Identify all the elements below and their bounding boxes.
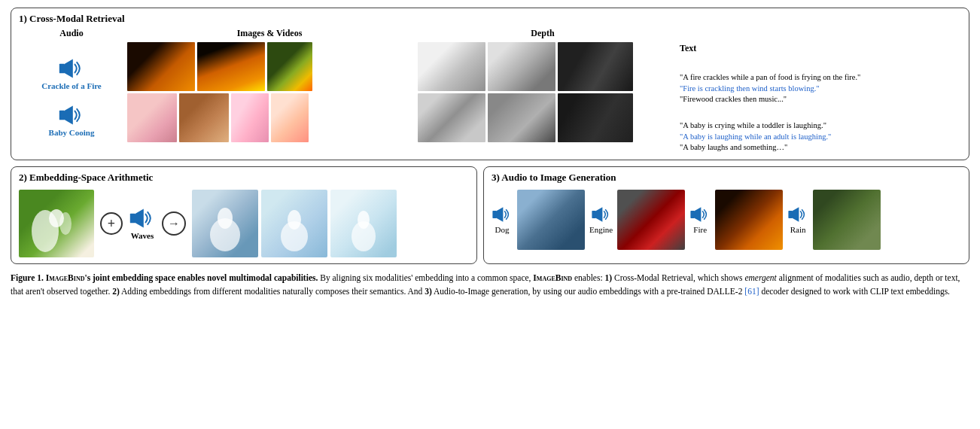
text-col-header: Text xyxy=(675,43,957,54)
speaker-icon-fire2 xyxy=(689,205,711,224)
speaker-icon-rain xyxy=(787,205,808,224)
fire-images-row xyxy=(127,42,412,91)
caption-bold-3: 3) xyxy=(425,287,432,296)
images-col-header: Images & Videos xyxy=(127,28,412,39)
svg-marker-3 xyxy=(65,105,73,124)
depth-fire-row xyxy=(418,42,668,91)
depth-fire-1 xyxy=(418,42,485,91)
speaker-icon-baby xyxy=(58,104,85,126)
caption-title: Figure 1. ImageBind's joint embedding sp… xyxy=(11,273,320,282)
svg-rect-19 xyxy=(691,211,695,218)
fire-text-2: "Fire is crackling then wind starts blow… xyxy=(680,84,820,93)
svg-rect-7 xyxy=(130,214,135,224)
svg-rect-2 xyxy=(59,111,65,120)
svg-rect-17 xyxy=(592,211,596,218)
svg-point-10 xyxy=(218,208,233,229)
arrow-button[interactable]: → xyxy=(162,211,186,236)
aig-title: 3) Audio to Image Generation xyxy=(492,172,961,184)
cmr-title: 1) Cross-Modal Retrieval xyxy=(19,13,961,25)
aig-engine-label: Engine xyxy=(589,225,613,234)
audio-item-fire: Crackle of a Fire xyxy=(41,57,102,90)
fire-image-1 xyxy=(127,42,195,91)
aig-dog-label: Dog xyxy=(495,225,510,234)
svg-marker-8 xyxy=(135,209,144,228)
fire-text-1: "A fire crackles while a pan of food is … xyxy=(680,73,860,81)
depth-col-header: Depth xyxy=(418,28,668,39)
aig-fire-image xyxy=(715,190,783,250)
depth-column: Depth xyxy=(415,28,671,145)
cmr-grid: Audio Crackle of a Fire xyxy=(19,28,961,154)
audio-items: Crackle of a Fire Baby Cooing xyxy=(19,42,124,137)
svg-point-14 xyxy=(358,211,370,229)
caption-imagebind: ImageBind xyxy=(46,273,85,282)
aig-rain-image xyxy=(813,190,881,250)
result-bird-svg-1 xyxy=(192,190,258,257)
aig-fire-label: Fire xyxy=(693,225,707,234)
speaker-icon-engine xyxy=(591,205,612,224)
baby-image-4 xyxy=(271,93,309,142)
result-bird-2 xyxy=(261,190,327,257)
caption-ref: [61] xyxy=(744,287,759,296)
aig-engine-image xyxy=(617,190,685,250)
plus-button[interactable]: + xyxy=(100,212,123,235)
caption-emergent: emergent xyxy=(744,273,776,282)
aig-content: Dog Engine xyxy=(492,187,961,250)
audio-item-baby: Baby Cooing xyxy=(49,104,95,137)
speaker-icon-dog xyxy=(492,205,513,224)
bottom-row: 2) Embedding-Space Arithmetic + xyxy=(11,166,969,264)
esa-content: + Waves → xyxy=(19,187,469,257)
audio-col-header: Audio xyxy=(19,28,124,39)
text-column: Text "A fire crackles while a pan of foo… xyxy=(671,28,961,154)
baby-text-2: "A baby is laughing while an adult is la… xyxy=(680,132,831,141)
svg-marker-22 xyxy=(793,207,799,222)
audio-label-baby: Baby Cooing xyxy=(49,128,95,137)
aig-dog-image xyxy=(517,190,585,250)
baby-image-2 xyxy=(179,93,229,142)
aig-engine-item: Engine xyxy=(589,205,613,234)
depth-baby-2 xyxy=(488,93,555,142)
caption-bold-1: 1) xyxy=(605,273,613,282)
caption-bold-2: 2) xyxy=(112,287,120,296)
fire-image-2 xyxy=(197,42,265,91)
depth-baby-row xyxy=(418,93,668,142)
speaker-icon-waves xyxy=(129,207,156,230)
audio-column: Audio Crackle of a Fire xyxy=(19,28,124,137)
svg-rect-15 xyxy=(492,211,497,218)
svg-point-12 xyxy=(288,210,301,230)
plus-symbol: + xyxy=(108,216,115,232)
arrow-symbol: → xyxy=(168,217,180,230)
svg-marker-1 xyxy=(65,59,73,78)
speaker-icon-fire xyxy=(58,57,85,80)
esa-title: 2) Embedding-Space Arithmetic xyxy=(19,172,469,184)
audio-label-fire: Crackle of a Fire xyxy=(41,81,102,90)
esa-waves-label: Waves xyxy=(131,231,154,240)
depth-fire-2 xyxy=(488,42,555,91)
result-bird-svg-2 xyxy=(261,190,327,257)
aig-dog-item: Dog xyxy=(492,205,513,234)
esa-bird-image xyxy=(19,190,94,257)
fire-text-3: "Firewood crackles then music..." xyxy=(680,95,787,103)
bird-svg xyxy=(19,190,94,257)
aig-fire-item: Fire xyxy=(689,205,711,234)
svg-marker-18 xyxy=(596,207,602,222)
figure-caption: Figure 1. ImageBind's joint embedding sp… xyxy=(11,272,969,299)
baby-images-row xyxy=(127,93,412,142)
baby-image-3 xyxy=(231,93,269,142)
fire-image-3 xyxy=(267,42,312,91)
baby-image-1 xyxy=(127,93,177,142)
esa-waves-item: Waves xyxy=(129,207,156,240)
svg-marker-20 xyxy=(695,207,701,222)
baby-text-1: "A baby is crying while a toddler is lau… xyxy=(680,121,826,129)
aig-rain-item: Rain xyxy=(787,205,808,234)
result-bird-svg-3 xyxy=(330,190,397,257)
images-column: Images & Videos xyxy=(124,28,415,145)
embedding-space-arithmetic-section: 2) Embedding-Space Arithmetic + xyxy=(11,166,477,264)
svg-marker-16 xyxy=(497,207,503,222)
result-images xyxy=(192,190,397,257)
cross-modal-retrieval-section: 1) Cross-Modal Retrieval Audio Crackle o… xyxy=(11,8,969,160)
svg-point-6 xyxy=(59,212,72,235)
svg-rect-0 xyxy=(59,64,65,74)
depth-fire-3 xyxy=(558,42,633,91)
fire-text-block: "A fire crackles while a pan of food is … xyxy=(675,72,957,105)
audio-to-image-generation-section: 3) Audio to Image Generation Dog xyxy=(483,166,969,264)
